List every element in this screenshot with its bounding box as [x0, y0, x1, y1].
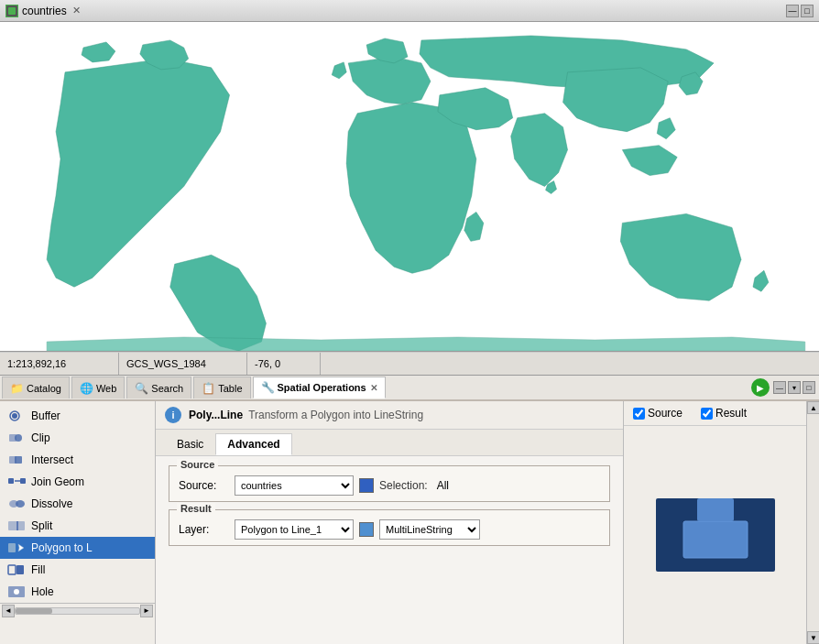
svg-rect-11	[20, 478, 26, 484]
operation-title: Poly...Line	[189, 409, 243, 421]
web-icon: 🌐	[80, 382, 93, 395]
tab-search[interactable]: 🔍 Search	[126, 377, 191, 398]
source-section-title: Source	[177, 459, 218, 470]
source-select[interactable]: countries	[235, 475, 354, 496]
svg-point-6	[15, 434, 22, 442]
result-layer-select[interactable]: Polygon to Line_1	[235, 519, 354, 540]
preview-canvas	[624, 426, 806, 644]
scale-value: 1:213,892,16	[7, 358, 66, 369]
window-title: countries	[22, 5, 67, 17]
layer-label: Layer:	[179, 523, 229, 536]
hole-icon	[7, 584, 27, 599]
coords-value: -76, 0	[255, 358, 280, 369]
result-checkbox[interactable]	[701, 408, 713, 420]
form-area: Source Source: countries Selection: All …	[156, 456, 623, 644]
tool-polygon-to-line[interactable]: Polygon to L	[0, 537, 155, 559]
result-preview-label: Result	[715, 407, 747, 420]
tab-spatial-ops[interactable]: 🔧 Spatial Operations ✕	[253, 377, 386, 398]
tool-clip[interactable]: Clip	[0, 427, 155, 449]
panel-minimize-button[interactable]: —	[773, 381, 786, 394]
selection-label: Selection:	[379, 479, 428, 492]
scroll-vertical-track[interactable]	[807, 414, 819, 631]
tab-close-icon[interactable]: ✕	[72, 5, 81, 16]
tool-hole[interactable]: Hole	[0, 581, 155, 603]
panel-restore-button[interactable]: ▾	[788, 381, 801, 394]
svg-rect-17	[8, 565, 16, 574]
tool-fill-label: Fill	[31, 563, 45, 576]
svg-rect-22	[683, 521, 748, 558]
tool-polygon-to-line-label: Polygon to L	[31, 541, 93, 554]
map-view[interactable]	[0, 22, 819, 352]
sub-tab-advanced[interactable]: Advanced	[215, 433, 291, 455]
tool-join-geom-label: Join Geom	[31, 475, 84, 488]
scroll-thumb[interactable]	[16, 608, 52, 614]
result-section-title: Result	[177, 503, 215, 514]
tab-table-label: Table	[218, 383, 242, 394]
geometry-type-select[interactable]: MultiLineString	[379, 519, 480, 540]
search-icon: 🔍	[135, 382, 148, 395]
scroll-left-arrow[interactable]: ◄	[2, 605, 15, 617]
svg-rect-18	[16, 565, 24, 574]
source-preview-check[interactable]: Source	[633, 407, 682, 420]
svg-point-13	[16, 500, 25, 508]
spatial-ops-icon: 🔧	[261, 381, 275, 394]
catalog-icon: 📁	[10, 382, 24, 395]
run-button[interactable]	[751, 378, 770, 397]
layer-icon	[5, 5, 18, 17]
source-checkbox[interactable]	[633, 408, 645, 420]
svg-rect-23	[697, 498, 734, 521]
minimize-button[interactable]: —	[786, 5, 799, 17]
dissolve-icon	[7, 497, 27, 511]
tools-sidebar: Buffer Clip Intersect Join Geom Dissolve	[0, 401, 156, 644]
selection-value: All	[437, 479, 449, 492]
tab-web[interactable]: 🌐 Web	[71, 377, 125, 398]
preview-panel: Source Result	[623, 401, 806, 644]
tool-intersect-label: Intersect	[31, 453, 73, 466]
scroll-right-arrow[interactable]: ►	[140, 605, 153, 617]
svg-rect-16	[8, 543, 16, 552]
svg-rect-8	[15, 456, 22, 464]
window-controls: — □	[786, 5, 814, 17]
preview-header: Source Result	[624, 401, 806, 426]
main-content-area: i Poly...Line Transform a Polygon into L…	[156, 401, 623, 644]
tool-intersect[interactable]: Intersect	[0, 449, 155, 471]
tool-dissolve[interactable]: Dissolve	[0, 493, 155, 515]
maximize-button[interactable]: □	[801, 5, 814, 17]
tool-split[interactable]: Split	[0, 515, 155, 537]
result-color-swatch[interactable]	[359, 522, 374, 537]
scroll-down-arrow[interactable]: ▼	[807, 631, 819, 644]
tool-clip-label: Clip	[31, 431, 50, 444]
coordinates-indicator: -76, 0	[247, 353, 321, 375]
tool-join-geom[interactable]: Join Geom	[0, 471, 155, 493]
result-preview-check[interactable]: Result	[701, 407, 747, 420]
result-row: Layer: Polygon to Line_1 MultiLineString	[179, 519, 600, 540]
horizontal-scrollbar[interactable]: ◄ ►	[0, 603, 155, 617]
svg-rect-1	[8, 7, 16, 15]
scroll-track[interactable]	[15, 607, 140, 615]
tool-buffer-label: Buffer	[31, 409, 60, 422]
right-scrollbar[interactable]: ▲ ▼	[806, 401, 819, 644]
tab-spatial-ops-label: Spatial Operations	[278, 382, 366, 393]
tab-table[interactable]: 📋 Table	[193, 377, 250, 398]
scroll-up-arrow[interactable]: ▲	[807, 401, 819, 414]
spatial-ops-close-icon[interactable]: ✕	[370, 383, 377, 393]
tool-hole-label: Hole	[31, 585, 54, 598]
operation-header: i Poly...Line Transform a Polygon into L…	[156, 401, 623, 430]
operation-description: Transform a Polygon into LineString	[248, 409, 423, 421]
crs-indicator: GCS_WGS_1984	[119, 353, 247, 375]
tab-bar: 📁 Catalog 🌐 Web 🔍 Search 📋 Table 🔧 Spati…	[0, 376, 819, 401]
sub-tab-basic[interactable]: Basic	[165, 433, 215, 455]
tab-catalog[interactable]: 📁 Catalog	[2, 377, 70, 398]
polygon-to-line-icon	[7, 540, 27, 555]
tool-dissolve-label: Dissolve	[31, 497, 72, 510]
panel-maximize-button[interactable]: □	[803, 381, 815, 394]
title-bar: countries ✕ — □	[0, 0, 819, 22]
tool-buffer[interactable]: Buffer	[0, 405, 155, 427]
clip-icon	[7, 431, 27, 445]
source-color-swatch[interactable]	[359, 478, 374, 493]
tool-fill[interactable]: Fill	[0, 559, 155, 581]
tool-split-label: Split	[31, 519, 52, 532]
svg-rect-14	[8, 521, 25, 530]
buffer-icon	[7, 409, 27, 423]
tab-catalog-label: Catalog	[27, 383, 61, 394]
